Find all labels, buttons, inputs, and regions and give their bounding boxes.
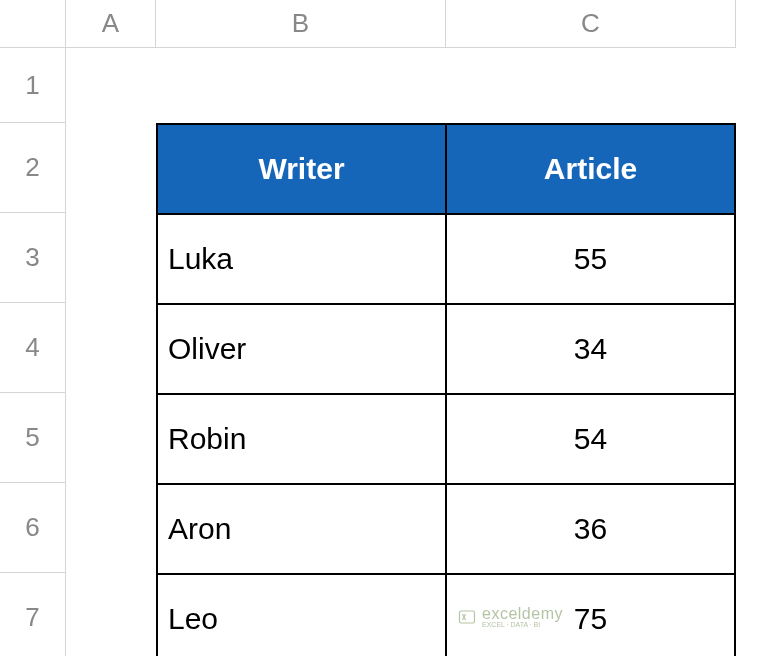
cell-a2[interactable]	[66, 123, 156, 213]
table-row: Robin 54	[157, 394, 735, 484]
watermark-sublabel: EXCEL · DATA · BI	[482, 621, 563, 628]
col-header-a[interactable]: A	[66, 0, 156, 48]
cell-a1[interactable]	[66, 48, 156, 123]
col-header-b[interactable]: B	[156, 0, 446, 48]
cell-article[interactable]: 55	[446, 214, 735, 304]
cell-a7[interactable]	[66, 573, 156, 656]
row-header-3[interactable]: 3	[0, 213, 66, 303]
row-header-7[interactable]: 7	[0, 573, 66, 656]
svg-rect-0	[460, 611, 475, 623]
row-header-6[interactable]: 6	[0, 483, 66, 573]
cell-writer[interactable]: Luka	[157, 214, 446, 304]
table-header-row: Writer Article	[157, 124, 735, 214]
table-row: Leo 75	[157, 574, 735, 656]
row-header-2[interactable]: 2	[0, 123, 66, 213]
watermark-text-container: exceldemy EXCEL · DATA · BI	[482, 605, 563, 628]
row-header-5[interactable]: 5	[0, 393, 66, 483]
row-header-1[interactable]: 1	[0, 48, 66, 123]
header-writer[interactable]: Writer	[157, 124, 446, 214]
cell-a3[interactable]	[66, 213, 156, 303]
col-header-c[interactable]: C	[446, 0, 736, 48]
cell-a6[interactable]	[66, 483, 156, 573]
cell-b1[interactable]	[156, 48, 446, 123]
table-row: Luka 55	[157, 214, 735, 304]
table-row: Aron 36	[157, 484, 735, 574]
cell-a5[interactable]	[66, 393, 156, 483]
cell-writer[interactable]: Leo	[157, 574, 446, 656]
cell-writer[interactable]: Robin	[157, 394, 446, 484]
data-table-container: Writer Article Luka 55 Oliver 34 Robin 5…	[156, 123, 736, 656]
table-row: Oliver 34	[157, 304, 735, 394]
cell-article[interactable]: 34	[446, 304, 735, 394]
header-article[interactable]: Article	[446, 124, 735, 214]
cell-article[interactable]: 36	[446, 484, 735, 574]
cell-a4[interactable]	[66, 303, 156, 393]
watermark-label: exceldemy	[482, 605, 563, 622]
cell-writer[interactable]: Aron	[157, 484, 446, 574]
watermark: exceldemy EXCEL · DATA · BI	[458, 605, 563, 628]
data-table: Writer Article Luka 55 Oliver 34 Robin 5…	[156, 123, 736, 656]
corner-cell[interactable]	[0, 0, 66, 48]
cell-article[interactable]: 54	[446, 394, 735, 484]
cell-writer[interactable]: Oliver	[157, 304, 446, 394]
row-header-4[interactable]: 4	[0, 303, 66, 393]
watermark-icon	[458, 608, 476, 626]
cell-c1[interactable]	[446, 48, 736, 123]
